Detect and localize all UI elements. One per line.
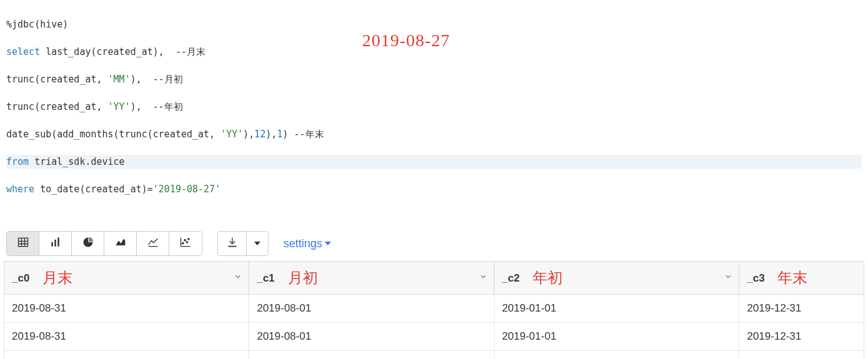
code-text: date_sub(add_months(trunc(created_at, xyxy=(6,129,220,140)
cell-c3: 2019-12-31 xyxy=(739,323,864,351)
cell-c0: 2019-08-31 xyxy=(4,295,249,323)
code-text: 12 xyxy=(254,129,265,140)
code-text: ) --年末 xyxy=(283,129,324,140)
code-text: ), xyxy=(243,129,254,140)
bar-chart-icon xyxy=(49,236,62,251)
cell-c2: 2019-01-01 xyxy=(494,323,739,351)
column-header-label: _c3 xyxy=(747,272,764,284)
svg-point-10 xyxy=(182,243,184,244)
table-row[interactable]: 2019-08-312019-08-012019-01-012019-12-31 xyxy=(4,295,864,323)
code-text: 'MM' xyxy=(108,74,131,85)
column-annotation: 年末 xyxy=(777,270,807,286)
column-header-label: _c0 xyxy=(12,272,29,284)
svg-point-11 xyxy=(184,240,185,241)
code-text: ), --月初 xyxy=(131,74,183,85)
caret-down-icon xyxy=(254,242,260,245)
svg-rect-0 xyxy=(18,238,27,246)
scatter-chart-icon xyxy=(179,236,192,251)
cell-c1: 2019-08-01 xyxy=(249,351,494,360)
column-header-c0[interactable]: _c0 月末 xyxy=(4,262,249,295)
code-text: last_day(created_at), --月末 xyxy=(40,46,205,57)
code-text: from xyxy=(6,156,29,167)
download-icon xyxy=(226,236,239,251)
settings-label: settings xyxy=(284,237,322,250)
code-editor[interactable]: %jdbc(hive) select last_day(created_at),… xyxy=(0,0,868,226)
results-table: _c0 月末 _c1 月初 _c2 年初 _c3 年末 2019-08-3120… xyxy=(4,261,864,359)
svg-point-12 xyxy=(186,242,187,243)
area-chart-button[interactable] xyxy=(104,232,137,255)
code-text: to_date(created_at)= xyxy=(34,184,153,195)
chevron-down-icon[interactable] xyxy=(234,272,242,284)
pie-chart-button[interactable] xyxy=(72,232,104,255)
caret-down-icon xyxy=(325,242,331,245)
table-icon xyxy=(17,236,29,251)
code-text: ), --年初 xyxy=(131,101,183,112)
table-header: _c0 月末 _c1 月初 _c2 年初 _c3 年末 xyxy=(4,262,864,295)
settings-link[interactable]: settings xyxy=(284,237,331,250)
line-chart-button[interactable] xyxy=(137,232,169,255)
table-row[interactable]: 2019-08-312019-08-012019-01-012019-12-31 xyxy=(4,351,864,360)
code-text: trunc(created_at, xyxy=(6,101,108,112)
code-text: where xyxy=(6,184,34,195)
cell-c0: 2019-08-31 xyxy=(4,351,249,360)
cell-c2: 2019-01-01 xyxy=(494,351,739,360)
code-text: 'YY' xyxy=(108,101,131,112)
code-text: 'YY' xyxy=(220,129,243,140)
download-group xyxy=(217,231,269,256)
scatter-chart-button[interactable] xyxy=(169,232,202,255)
column-annotation: 月末 xyxy=(42,270,72,286)
result-toolbar: settings xyxy=(0,226,868,261)
table-row[interactable]: 2019-08-312019-08-012019-01-012019-12-31 xyxy=(4,323,864,351)
svg-point-13 xyxy=(188,239,189,240)
pie-chart-icon xyxy=(82,236,94,251)
cell-c0: 2019-08-31 xyxy=(4,323,249,351)
column-header-c2[interactable]: _c2 年初 xyxy=(494,262,739,295)
code-text: ), xyxy=(265,129,277,140)
chevron-down-icon[interactable] xyxy=(724,272,732,284)
column-annotation: 年初 xyxy=(533,270,563,286)
code-text: 1 xyxy=(277,129,282,140)
bar-chart-button[interactable] xyxy=(39,232,72,255)
chevron-down-icon[interactable] xyxy=(479,272,488,284)
column-header-c1[interactable]: _c1 月初 xyxy=(249,262,494,295)
download-caret-button[interactable] xyxy=(247,232,268,255)
code-text: '2019-08-27' xyxy=(153,184,220,195)
column-header-c3[interactable]: _c3 年末 xyxy=(739,262,864,295)
line-chart-icon xyxy=(147,236,159,251)
column-header-label: _c2 xyxy=(502,272,520,284)
column-header-label: _c1 xyxy=(257,272,274,284)
table-view-button[interactable] xyxy=(7,232,39,255)
code-text: %jdbc(hive) xyxy=(6,19,68,30)
annotation-date: 2019-08-27 xyxy=(362,34,450,47)
cell-c2: 2019-01-01 xyxy=(494,295,739,323)
cell-c1: 2019-08-01 xyxy=(249,295,494,323)
download-button[interactable] xyxy=(218,232,247,255)
cell-c3: 2019-12-31 xyxy=(739,295,864,323)
cell-c1: 2019-08-01 xyxy=(249,323,494,351)
viz-group xyxy=(6,231,202,256)
area-chart-icon xyxy=(114,236,127,251)
svg-rect-6 xyxy=(54,240,56,247)
svg-rect-5 xyxy=(51,242,53,247)
svg-rect-7 xyxy=(57,238,59,247)
code-text: select xyxy=(6,46,40,57)
cell-c3: 2019-12-31 xyxy=(739,351,864,360)
table-body: 2019-08-312019-08-012019-01-012019-12-31… xyxy=(4,295,864,360)
column-annotation: 月初 xyxy=(288,270,318,286)
code-text: trial_sdk.device xyxy=(29,156,125,167)
code-text: trunc(created_at, xyxy=(6,74,108,85)
